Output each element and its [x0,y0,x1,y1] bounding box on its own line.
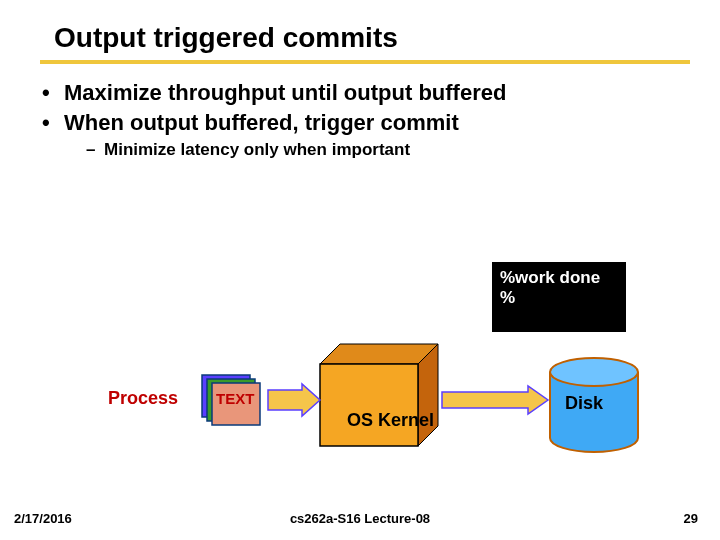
svg-marker-0 [320,344,438,364]
body-content: • Maximize throughput until output buffe… [0,64,720,160]
bullet-dot-icon: • [42,110,64,136]
svg-point-3 [550,358,638,386]
svg-marker-8 [442,386,548,414]
footer-page-number: 29 [684,511,698,526]
process-label: Process [108,388,178,409]
bullet-dot-icon: • [42,80,64,106]
bullet-text: Minimize latency only when important [104,140,410,160]
progress-badge: %work done % [492,262,626,332]
slide-title: Output triggered commits [54,22,720,54]
bullet-text: When output buffered, trigger commit [64,110,459,136]
arrow-kernel-to-disk-icon [442,386,548,414]
bullet-level2: – Minimize latency only when important [86,140,720,160]
badge-line: %work done [500,268,618,288]
arrow-process-to-kernel-icon [268,384,320,416]
bullet-text: Maximize throughput until output buffere… [64,80,506,106]
kernel-label: OS Kernel [347,410,434,431]
bullet-level1: • When output buffered, trigger commit [42,110,720,136]
disk-label: Disk [565,393,603,414]
footer-center: cs262a-S16 Lecture-08 [0,511,720,526]
svg-rect-2 [320,364,418,446]
text-box-label: TEXT [216,390,254,407]
badge-line: % [500,288,618,308]
bullet-level1: • Maximize throughput until output buffe… [42,80,720,106]
svg-marker-7 [268,384,320,416]
bullet-dash-icon: – [86,140,104,160]
